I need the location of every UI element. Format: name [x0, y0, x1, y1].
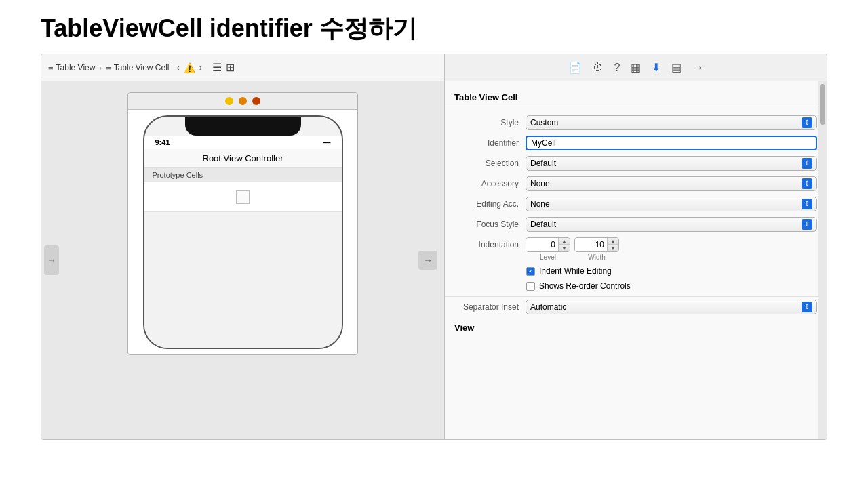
- separator-inset-row: Separator Inset Automatic ⇕: [445, 296, 827, 317]
- shows-reorder-label: Shows Re-order Controls: [539, 281, 631, 291]
- level-stepper-up[interactable]: ▲: [559, 238, 570, 245]
- width-value: 10: [575, 238, 608, 251]
- xcode-window: ≡ Table View › ≡ Table View Cell ‹ ⚠️ › …: [41, 54, 827, 440]
- arrow-right-button[interactable]: →: [418, 251, 437, 270]
- identifier-control[interactable]: [526, 136, 817, 150]
- shows-reorder-checkbox[interactable]: [526, 282, 535, 291]
- selection-select[interactable]: Default ⇕: [526, 156, 817, 171]
- inspector-content: Table View Cell Style Custom ⇕ Identifie…: [445, 81, 827, 439]
- identity-inspector-icon[interactable]: ▦: [631, 61, 641, 74]
- storyboard-panel: ≡ Table View › ≡ Table View Cell ‹ ⚠️ › …: [41, 54, 445, 439]
- inspector-scrollbar[interactable]: [818, 81, 827, 439]
- width-stepper-up[interactable]: ▲: [608, 238, 618, 245]
- phone-statusbar: 9:41 —: [144, 136, 342, 149]
- indentation-row: Indentation 0 ▲ ▼ Level: [445, 235, 827, 264]
- cell-placeholder: [236, 190, 250, 204]
- toolbar-icons: ☰ ⊞: [212, 61, 235, 74]
- accessory-row: Accessory None ⇕: [445, 174, 827, 194]
- view-section: View: [445, 317, 827, 336]
- history-inspector-icon[interactable]: ⏱: [593, 62, 604, 74]
- window-titlebar: [128, 93, 357, 110]
- identifier-input[interactable]: [526, 136, 817, 150]
- focus-style-control[interactable]: Default ⇕: [526, 217, 817, 232]
- width-stepper-down[interactable]: ▼: [608, 245, 618, 251]
- file-inspector-icon[interactable]: 📄: [568, 61, 582, 74]
- indent-while-editing-row: ✓ Indent While Editing: [445, 264, 827, 279]
- dot-orange: [239, 97, 247, 105]
- editing-acc-control[interactable]: None ⇕: [526, 197, 817, 211]
- phone-cell: [144, 182, 342, 212]
- width-stepper-group: 10 ▲ ▼ Width: [574, 237, 619, 261]
- accessory-label: Accessory: [454, 179, 526, 188]
- indentation-controls: 0 ▲ ▼ Level 10: [526, 237, 619, 261]
- size-inspector-icon[interactable]: ▤: [671, 61, 682, 74]
- section-title: Table View Cell: [445, 88, 827, 108]
- phone-empty-area: [144, 212, 342, 348]
- connections-inspector-icon[interactable]: →: [692, 62, 703, 74]
- separator-inset-select[interactable]: Automatic ⇕: [526, 300, 817, 314]
- style-arrow-icon: ⇕: [802, 117, 812, 128]
- identifier-row: Identifier: [445, 133, 827, 153]
- style-value: Custom: [530, 118, 799, 127]
- level-stepper-box[interactable]: 0 ▲ ▼: [526, 237, 570, 252]
- nav-back-button[interactable]: ‹: [175, 62, 182, 73]
- editing-acc-select[interactable]: None ⇕: [526, 197, 817, 211]
- dot-red: [252, 97, 260, 105]
- accessory-select[interactable]: None ⇕: [526, 176, 817, 191]
- scroll-handle-left[interactable]: →: [44, 245, 59, 275]
- page-title: TableViewCell identifier 수정하기: [0, 0, 868, 54]
- breadcrumb-table-view-cell[interactable]: Table View Cell: [114, 63, 170, 73]
- level-sublabel: Level: [540, 253, 556, 261]
- breadcrumb-nav: ‹ ⚠️ ›: [175, 62, 205, 73]
- selection-value: Default: [530, 159, 799, 168]
- style-control[interactable]: Custom ⇕: [526, 115, 817, 130]
- selection-arrow-icon: ⇕: [802, 158, 812, 169]
- focus-style-row: Focus Style Default ⇕: [445, 214, 827, 235]
- style-label: Style: [454, 118, 526, 127]
- level-value: 0: [526, 238, 559, 251]
- accessory-value: None: [530, 179, 799, 188]
- editing-acc-label: Editing Acc.: [454, 199, 526, 209]
- nav-forward-button[interactable]: ›: [197, 62, 204, 73]
- attributes-inspector-icon[interactable]: ⬇: [652, 61, 660, 74]
- indent-while-editing-label: Indent While Editing: [539, 266, 612, 276]
- indent-while-editing-checkbox[interactable]: ✓: [526, 267, 535, 276]
- indentation-label: Indentation: [454, 237, 526, 249]
- table-view-icon: ≡: [48, 62, 54, 73]
- separator-inset-value: Automatic: [530, 302, 799, 312]
- list-view-icon[interactable]: ☰: [212, 61, 222, 74]
- focus-style-label: Focus Style: [454, 220, 526, 229]
- level-stepper-down[interactable]: ▼: [559, 245, 570, 251]
- focus-style-arrow-icon: ⇕: [802, 219, 812, 230]
- breadcrumb-separator: ›: [99, 64, 102, 72]
- selection-row: Selection Default ⇕: [445, 153, 827, 174]
- dot-yellow: [225, 97, 233, 105]
- accessory-arrow-icon: ⇕: [802, 178, 812, 189]
- editing-acc-row: Editing Acc. None ⇕: [445, 194, 827, 214]
- separator-inset-control[interactable]: Automatic ⇕: [526, 300, 817, 314]
- inspector-panel: 📄 ⏱ ? ▦ ⬇ ▤ → Table View Cell Style Cust…: [445, 54, 827, 439]
- focus-style-select[interactable]: Default ⇕: [526, 217, 817, 232]
- add-object-icon[interactable]: ⊞: [226, 61, 235, 74]
- identifier-label: Identifier: [454, 138, 526, 148]
- view-section-title: View: [454, 323, 817, 333]
- width-stepper-box[interactable]: 10 ▲ ▼: [574, 237, 619, 252]
- phone-section-header: Prototype Cells: [144, 168, 342, 182]
- separator-inset-arrow-icon: ⇕: [802, 302, 812, 312]
- table-view-cell-icon: ≡: [106, 62, 111, 73]
- selection-control[interactable]: Default ⇕: [526, 156, 817, 171]
- phone-frame: 9:41 — Root View Controller Prototype Ce…: [143, 115, 343, 349]
- scroll-handle-icon: →: [47, 255, 56, 266]
- scrollbar-thumb[interactable]: [820, 84, 825, 125]
- style-select[interactable]: Custom ⇕: [526, 115, 817, 130]
- phone-navbar: Root View Controller: [144, 149, 342, 168]
- accessory-control[interactable]: None ⇕: [526, 176, 817, 191]
- level-stepper-group: 0 ▲ ▼ Level: [526, 237, 570, 261]
- separator-inset-label: Separator Inset: [454, 302, 526, 312]
- shows-reorder-row: Shows Re-order Controls: [445, 279, 827, 293]
- phone-notch: [185, 117, 301, 136]
- width-sublabel: Width: [588, 253, 606, 261]
- help-inspector-icon[interactable]: ?: [614, 62, 620, 74]
- breadcrumb-table-view[interactable]: Table View: [56, 63, 96, 73]
- simulator-canvas: → 9:41 — Root View: [41, 81, 444, 439]
